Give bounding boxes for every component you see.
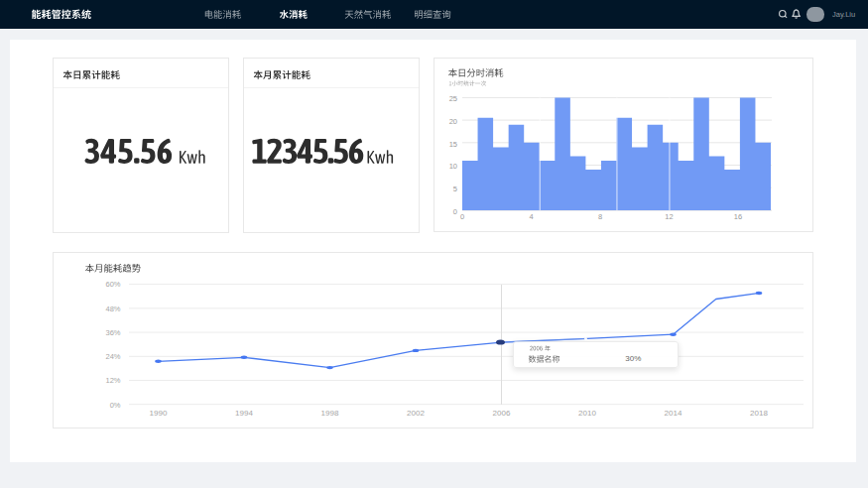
svg-text:Jay.Liu: Jay.Liu	[832, 10, 855, 19]
svg-text:30%: 30%	[625, 354, 641, 363]
